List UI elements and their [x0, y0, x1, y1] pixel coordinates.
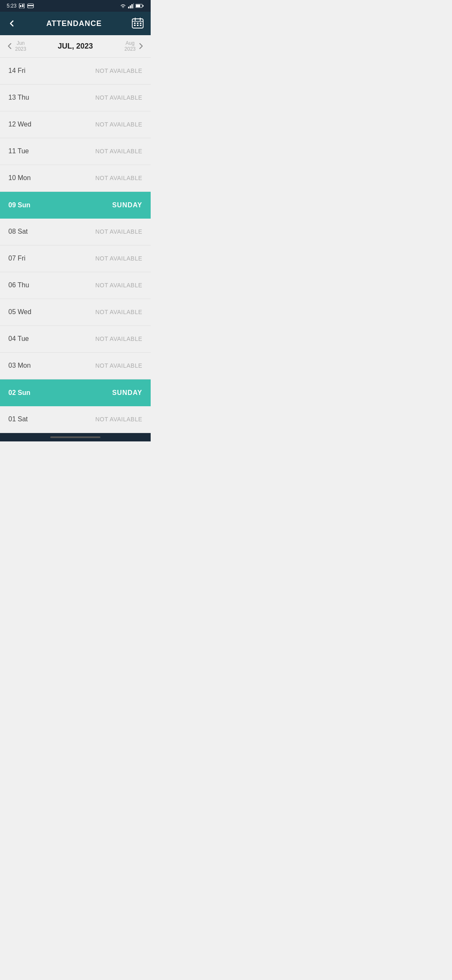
battery-icon [136, 3, 144, 8]
svg-rect-6 [130, 5, 131, 8]
next-month-button[interactable]: Aug 2023 [124, 40, 144, 52]
attendance-row[interactable]: 06 ThuNOT AVAILABLE [0, 272, 151, 299]
status-time: 5:23 [7, 3, 34, 9]
attendance-row[interactable]: 03 MonNOT AVAILABLE [0, 353, 151, 379]
attendance-row[interactable]: 11 TueNOT AVAILABLE [0, 138, 151, 165]
next-month-label: Aug 2023 [124, 40, 136, 52]
attendance-status: NOT AVAILABLE [95, 148, 142, 155]
attendance-date: 08 Sat [8, 228, 28, 235]
attendance-row[interactable]: 04 TueNOT AVAILABLE [0, 326, 151, 353]
prev-month-year: 2023 [15, 46, 26, 52]
attendance-status: NOT AVAILABLE [95, 362, 142, 369]
status-bar: 5:23 [0, 0, 151, 12]
attendance-status: NOT AVAILABLE [95, 416, 142, 423]
next-month-year: 2023 [124, 46, 136, 52]
svg-rect-19 [134, 25, 136, 26]
attendance-row[interactable]: 09 SunSUNDAY [0, 192, 151, 219]
attendance-date: 11 Tue [8, 147, 29, 155]
svg-rect-7 [131, 4, 133, 8]
header: ATTENDANCE [0, 12, 151, 35]
prev-arrow-icon [7, 42, 13, 50]
time-display: 5:23 [7, 3, 16, 9]
attendance-date: 03 Mon [8, 362, 31, 369]
attendance-status: NOT AVAILABLE [95, 335, 142, 342]
wifi-icon [120, 3, 126, 8]
status-icons [120, 3, 144, 8]
svg-rect-8 [133, 3, 134, 8]
attendance-status: NOT AVAILABLE [95, 175, 142, 181]
attendance-status: SUNDAY [112, 389, 142, 397]
attendance-status: NOT AVAILABLE [95, 255, 142, 262]
attendance-status: SUNDAY [112, 201, 142, 209]
next-arrow-icon [137, 42, 144, 50]
svg-rect-10 [136, 5, 140, 7]
svg-rect-21 [140, 25, 141, 26]
svg-rect-18 [140, 23, 141, 24]
attendance-row[interactable]: 02 SunSUNDAY [0, 379, 151, 406]
sim-icon [19, 3, 25, 8]
bottom-indicator [50, 436, 100, 438]
month-navigation: Jun 2023 JUL, 2023 Aug 2023 [0, 35, 151, 58]
attendance-date: 01 Sat [8, 415, 28, 423]
calendar-button[interactable] [131, 17, 144, 30]
attendance-status: NOT AVAILABLE [95, 94, 142, 101]
attendance-date: 06 Thu [8, 281, 29, 289]
svg-rect-2 [22, 4, 23, 7]
calendar-icon [131, 17, 144, 30]
attendance-date: 13 Thu [8, 94, 29, 101]
next-month-name: Aug [124, 40, 136, 46]
attendance-date: 10 Mon [8, 174, 31, 182]
attendance-date: 12 Wed [8, 121, 31, 128]
attendance-list: 14 FriNOT AVAILABLE13 ThuNOT AVAILABLE12… [0, 58, 151, 433]
attendance-row[interactable]: 01 SatNOT AVAILABLE [0, 406, 151, 433]
attendance-date: 04 Tue [8, 335, 29, 343]
svg-rect-20 [137, 25, 139, 26]
attendance-row[interactable]: 08 SatNOT AVAILABLE [0, 219, 151, 245]
prev-month-name: Jun [15, 40, 26, 46]
attendance-row[interactable]: 10 MonNOT AVAILABLE [0, 165, 151, 192]
svg-rect-11 [143, 5, 144, 7]
attendance-row[interactable]: 14 FriNOT AVAILABLE [0, 58, 151, 85]
attendance-row[interactable]: 07 FriNOT AVAILABLE [0, 245, 151, 272]
svg-rect-16 [134, 23, 136, 24]
bottom-bar [0, 433, 151, 441]
prev-month-button[interactable]: Jun 2023 [7, 40, 26, 52]
back-button[interactable] [7, 18, 17, 28]
attendance-date: 07 Fri [8, 255, 26, 262]
svg-rect-17 [137, 23, 139, 24]
svg-rect-4 [28, 5, 33, 6]
attendance-row[interactable]: 13 ThuNOT AVAILABLE [0, 85, 151, 111]
page-title: ATTENDANCE [17, 19, 131, 28]
attendance-date: 05 Wed [8, 308, 31, 316]
signal-icon [128, 3, 134, 8]
attendance-status: NOT AVAILABLE [95, 228, 142, 235]
attendance-row[interactable]: 12 WedNOT AVAILABLE [0, 111, 151, 138]
prev-month-label: Jun 2023 [15, 40, 26, 52]
attendance-date: 02 Sun [8, 389, 30, 397]
card-icon [27, 3, 34, 8]
svg-rect-5 [128, 7, 129, 8]
svg-rect-1 [20, 5, 21, 7]
attendance-date: 14 Fri [8, 67, 26, 75]
attendance-date: 09 Sun [8, 201, 30, 209]
attendance-status: NOT AVAILABLE [95, 282, 142, 289]
svg-rect-0 [19, 3, 24, 8]
attendance-status: NOT AVAILABLE [95, 121, 142, 128]
current-month-display: JUL, 2023 [58, 42, 93, 51]
back-icon [7, 18, 17, 28]
attendance-row[interactable]: 05 WedNOT AVAILABLE [0, 299, 151, 326]
attendance-status: NOT AVAILABLE [95, 67, 142, 74]
attendance-status: NOT AVAILABLE [95, 309, 142, 315]
